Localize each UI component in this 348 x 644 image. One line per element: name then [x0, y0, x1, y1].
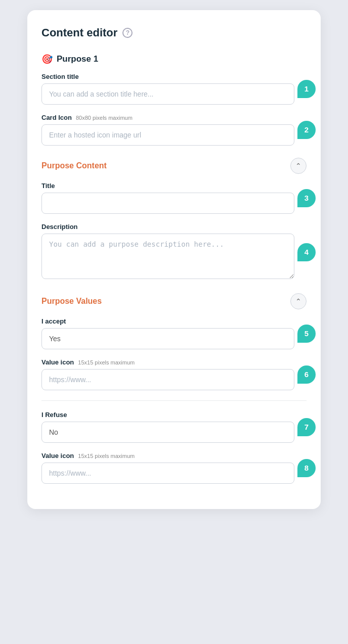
page-header: Content editor ? — [41, 26, 307, 39]
badge-3: 3 — [297, 189, 316, 207]
description-group: Description 4 — [41, 223, 307, 281]
badge-7: 7 — [297, 418, 316, 436]
value-icon-accept-label: Value icon 15x15 pixels maximum — [41, 358, 294, 366]
badge-2: 2 — [297, 121, 316, 139]
i-refuse-input[interactable] — [41, 422, 294, 443]
value-icon-accept-group: Value icon 15x15 pixels maximum 6 — [41, 358, 307, 390]
help-icon[interactable]: ? — [122, 28, 133, 38]
badge-1: 1 — [297, 80, 316, 98]
purpose-values-title: Purpose Values — [41, 297, 102, 306]
badge-4: 4 — [297, 243, 316, 261]
description-label: Description — [41, 223, 294, 231]
purpose-values-header: Purpose Values ⌃ — [41, 293, 307, 309]
i-accept-input[interactable] — [41, 328, 294, 349]
value-icon-refuse-group: Value icon 15x15 pixels maximum 8 — [41, 452, 307, 484]
description-input[interactable] — [41, 234, 294, 279]
content-title-label: Title — [41, 182, 294, 190]
content-title-group: Title 3 — [41, 182, 307, 214]
card-icon-group: Card Icon 80x80 pixels maximum 2 — [41, 114, 307, 146]
purpose1-icon: 🎯 — [41, 54, 53, 65]
badge-6: 6 — [297, 365, 316, 384]
page-title: Content editor — [41, 26, 117, 39]
purpose1-heading: 🎯 Purpose 1 — [41, 54, 307, 65]
card-icon-input[interactable] — [41, 124, 294, 146]
content-editor-card: Content editor ? 🎯 Purpose 1 Section tit… — [27, 10, 321, 509]
purpose1-block: 🎯 Purpose 1 Section title 1 Card Icon 80… — [41, 54, 307, 146]
i-accept-group: I accept 5 — [41, 317, 307, 349]
badge-5: 5 — [297, 325, 316, 343]
badge-8: 8 — [297, 459, 316, 477]
value-icon-refuse-label: Value icon 15x15 pixels maximum — [41, 452, 294, 459]
value-icon-refuse-input[interactable] — [41, 463, 294, 484]
section-title-label: Section title — [41, 73, 294, 80]
purpose-content-header: Purpose Content ⌃ — [41, 158, 307, 174]
purpose-content-collapse-btn[interactable]: ⌃ — [290, 158, 307, 174]
i-accept-label: I accept — [41, 317, 294, 325]
value-icon-accept-input[interactable] — [41, 369, 294, 390]
section-title-group: Section title 1 — [41, 73, 307, 105]
purpose-values-block: Purpose Values ⌃ I accept 5 Value icon 1… — [41, 293, 307, 484]
purpose-content-block: Purpose Content ⌃ Title 3 Description 4 — [41, 158, 307, 281]
i-refuse-label: I Refuse — [41, 411, 294, 419]
card-icon-label: Card Icon 80x80 pixels maximum — [41, 114, 294, 121]
purpose1-label: Purpose 1 — [57, 54, 98, 64]
purpose-content-title: Purpose Content — [41, 161, 107, 170]
section-divider — [41, 400, 307, 401]
content-title-input[interactable] — [41, 193, 294, 214]
purpose-values-collapse-btn[interactable]: ⌃ — [290, 293, 307, 309]
section-title-input[interactable] — [41, 83, 294, 105]
i-refuse-group: I Refuse 7 — [41, 411, 307, 443]
